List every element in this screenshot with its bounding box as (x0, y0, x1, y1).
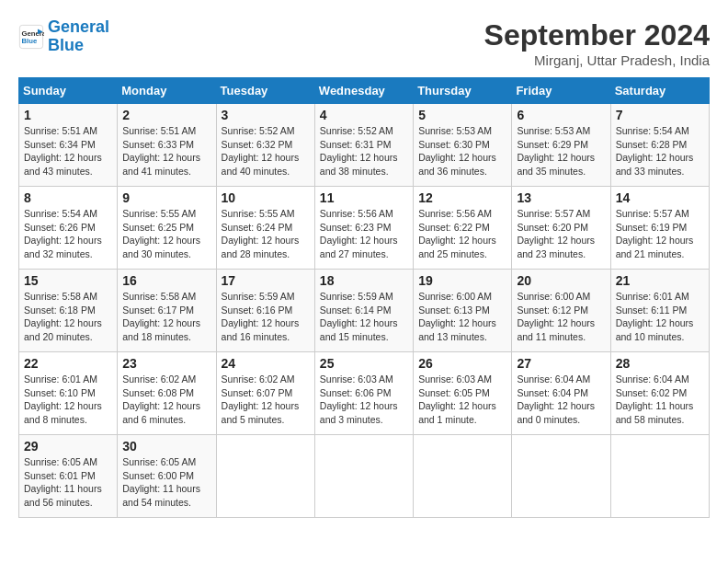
day-number: 23 (122, 356, 210, 371)
day-info: Sunrise: 5:58 AM Sunset: 6:17 PM Dayligh… (122, 290, 210, 344)
day-info: Sunrise: 5:51 AM Sunset: 6:34 PM Dayligh… (24, 124, 112, 178)
calendar-cell: 6 Sunrise: 5:53 AM Sunset: 6:29 PM Dayli… (512, 104, 610, 187)
day-number: 22 (24, 356, 112, 371)
col-header-saturday: Saturday (610, 78, 709, 104)
day-info: Sunrise: 5:52 AM Sunset: 6:32 PM Dayligh… (222, 124, 310, 178)
title-block: September 2024 Mirganj, Uttar Pradesh, I… (484, 18, 710, 68)
day-info: Sunrise: 5:52 AM Sunset: 6:31 PM Dayligh… (320, 124, 408, 178)
calendar-cell: 15 Sunrise: 5:58 AM Sunset: 6:18 PM Dayl… (19, 270, 118, 352)
calendar-cell: 25 Sunrise: 6:03 AM Sunset: 6:06 PM Dayl… (314, 352, 413, 435)
calendar-cell: 22 Sunrise: 6:01 AM Sunset: 6:10 PM Dayl… (19, 352, 118, 435)
day-number: 1 (24, 108, 112, 122)
day-info: Sunrise: 6:01 AM Sunset: 6:11 PM Dayligh… (616, 290, 704, 344)
calendar-cell: 16 Sunrise: 5:58 AM Sunset: 6:17 PM Dayl… (118, 270, 216, 352)
day-number: 15 (24, 273, 112, 288)
day-info: Sunrise: 6:03 AM Sunset: 6:06 PM Dayligh… (320, 373, 408, 427)
day-info: Sunrise: 6:02 AM Sunset: 6:07 PM Dayligh… (222, 373, 310, 427)
day-info: Sunrise: 5:58 AM Sunset: 6:18 PM Dayligh… (24, 290, 112, 344)
day-info: Sunrise: 5:54 AM Sunset: 6:26 PM Dayligh… (24, 207, 112, 261)
day-info: Sunrise: 5:55 AM Sunset: 6:25 PM Dayligh… (122, 207, 210, 261)
calendar-cell (610, 435, 709, 518)
day-number: 26 (418, 356, 506, 371)
day-number: 27 (517, 356, 605, 371)
calendar-cell: 4 Sunrise: 5:52 AM Sunset: 6:31 PM Dayli… (314, 104, 413, 187)
day-info: Sunrise: 5:56 AM Sunset: 6:23 PM Dayligh… (320, 207, 408, 261)
day-info: Sunrise: 6:04 AM Sunset: 6:04 PM Dayligh… (517, 373, 605, 427)
calendar-cell: 17 Sunrise: 5:59 AM Sunset: 6:16 PM Dayl… (216, 270, 314, 352)
calendar-cell: 19 Sunrise: 6:00 AM Sunset: 6:13 PM Dayl… (414, 270, 512, 352)
day-info: Sunrise: 5:59 AM Sunset: 6:14 PM Dayligh… (320, 290, 408, 344)
day-number: 5 (418, 108, 506, 122)
day-info: Sunrise: 6:05 AM Sunset: 6:01 PM Dayligh… (24, 455, 112, 510)
day-info: Sunrise: 5:57 AM Sunset: 6:20 PM Dayligh… (517, 207, 605, 261)
logo-icon: General Blue (18, 24, 44, 50)
day-number: 18 (320, 273, 408, 288)
calendar-cell: 26 Sunrise: 6:03 AM Sunset: 6:05 PM Dayl… (414, 352, 512, 435)
calendar-cell: 9 Sunrise: 5:55 AM Sunset: 6:25 PM Dayli… (118, 187, 216, 270)
location: Mirganj, Uttar Pradesh, India (484, 52, 710, 68)
calendar-cell: 27 Sunrise: 6:04 AM Sunset: 6:04 PM Dayl… (512, 352, 610, 435)
day-number: 21 (616, 273, 704, 288)
calendar-cell: 1 Sunrise: 5:51 AM Sunset: 6:34 PM Dayli… (19, 104, 118, 187)
calendar-cell: 18 Sunrise: 5:59 AM Sunset: 6:14 PM Dayl… (314, 270, 413, 352)
page-header: General Blue GeneralBlue September 2024 … (18, 18, 710, 68)
day-number: 6 (517, 108, 605, 122)
calendar-cell: 5 Sunrise: 5:53 AM Sunset: 6:30 PM Dayli… (414, 104, 512, 187)
calendar-week-1: 1 Sunrise: 5:51 AM Sunset: 6:34 PM Dayli… (19, 104, 710, 187)
day-number: 16 (122, 273, 210, 288)
day-number: 24 (222, 356, 310, 371)
day-number: 2 (122, 108, 210, 122)
calendar-cell: 14 Sunrise: 5:57 AM Sunset: 6:19 PM Dayl… (610, 187, 709, 270)
calendar-cell (314, 435, 413, 518)
calendar-week-2: 8 Sunrise: 5:54 AM Sunset: 6:26 PM Dayli… (19, 187, 710, 270)
day-info: Sunrise: 5:57 AM Sunset: 6:19 PM Dayligh… (616, 207, 704, 261)
day-number: 9 (122, 190, 210, 205)
day-info: Sunrise: 5:53 AM Sunset: 6:30 PM Dayligh… (418, 124, 506, 178)
col-header-sunday: Sunday (19, 78, 118, 104)
calendar-cell: 29 Sunrise: 6:05 AM Sunset: 6:01 PM Dayl… (19, 435, 118, 518)
day-info: Sunrise: 6:04 AM Sunset: 6:02 PM Dayligh… (616, 373, 704, 427)
calendar-cell: 13 Sunrise: 5:57 AM Sunset: 6:20 PM Dayl… (512, 187, 610, 270)
calendar-cell: 8 Sunrise: 5:54 AM Sunset: 6:26 PM Dayli… (19, 187, 118, 270)
day-number: 3 (222, 108, 310, 122)
col-header-thursday: Thursday (414, 78, 512, 104)
logo-text: GeneralBlue (48, 18, 109, 55)
col-header-wednesday: Wednesday (314, 78, 413, 104)
calendar-cell: 24 Sunrise: 6:02 AM Sunset: 6:07 PM Dayl… (216, 352, 314, 435)
calendar-cell: 28 Sunrise: 6:04 AM Sunset: 6:02 PM Dayl… (610, 352, 709, 435)
day-info: Sunrise: 6:02 AM Sunset: 6:08 PM Dayligh… (122, 373, 210, 427)
calendar-cell (414, 435, 512, 518)
calendar-week-3: 15 Sunrise: 5:58 AM Sunset: 6:18 PM Dayl… (19, 270, 710, 352)
day-number: 7 (616, 108, 704, 122)
calendar-cell: 2 Sunrise: 5:51 AM Sunset: 6:33 PM Dayli… (118, 104, 216, 187)
day-number: 17 (222, 273, 310, 288)
calendar-week-4: 22 Sunrise: 6:01 AM Sunset: 6:10 PM Dayl… (19, 352, 710, 435)
day-number: 4 (320, 108, 408, 122)
day-number: 13 (517, 190, 605, 205)
calendar-cell: 10 Sunrise: 5:55 AM Sunset: 6:24 PM Dayl… (216, 187, 314, 270)
day-info: Sunrise: 6:00 AM Sunset: 6:13 PM Dayligh… (418, 290, 506, 344)
col-header-monday: Monday (118, 78, 216, 104)
calendar-cell: 21 Sunrise: 6:01 AM Sunset: 6:11 PM Dayl… (610, 270, 709, 352)
day-number: 11 (320, 190, 408, 205)
day-info: Sunrise: 6:05 AM Sunset: 6:00 PM Dayligh… (122, 455, 210, 510)
day-number: 10 (222, 190, 310, 205)
day-info: Sunrise: 5:54 AM Sunset: 6:28 PM Dayligh… (616, 124, 704, 178)
day-number: 25 (320, 356, 408, 371)
calendar-cell: 11 Sunrise: 5:56 AM Sunset: 6:23 PM Dayl… (314, 187, 413, 270)
header-row: SundayMondayTuesdayWednesdayThursdayFrid… (19, 78, 710, 104)
day-info: Sunrise: 5:59 AM Sunset: 6:16 PM Dayligh… (222, 290, 310, 344)
svg-text:Blue: Blue (22, 37, 38, 45)
calendar-cell (512, 435, 610, 518)
day-number: 20 (517, 273, 605, 288)
day-number: 14 (616, 190, 704, 205)
calendar-cell (216, 435, 314, 518)
col-header-friday: Friday (512, 78, 610, 104)
day-info: Sunrise: 5:53 AM Sunset: 6:29 PM Dayligh… (517, 124, 605, 178)
calendar-cell: 30 Sunrise: 6:05 AM Sunset: 6:00 PM Dayl… (118, 435, 216, 518)
calendar-table: SundayMondayTuesdayWednesdayThursdayFrid… (18, 77, 710, 518)
day-number: 19 (418, 273, 506, 288)
day-info: Sunrise: 5:51 AM Sunset: 6:33 PM Dayligh… (122, 124, 210, 178)
month-title: September 2024 (484, 18, 710, 52)
calendar-cell: 3 Sunrise: 5:52 AM Sunset: 6:32 PM Dayli… (216, 104, 314, 187)
